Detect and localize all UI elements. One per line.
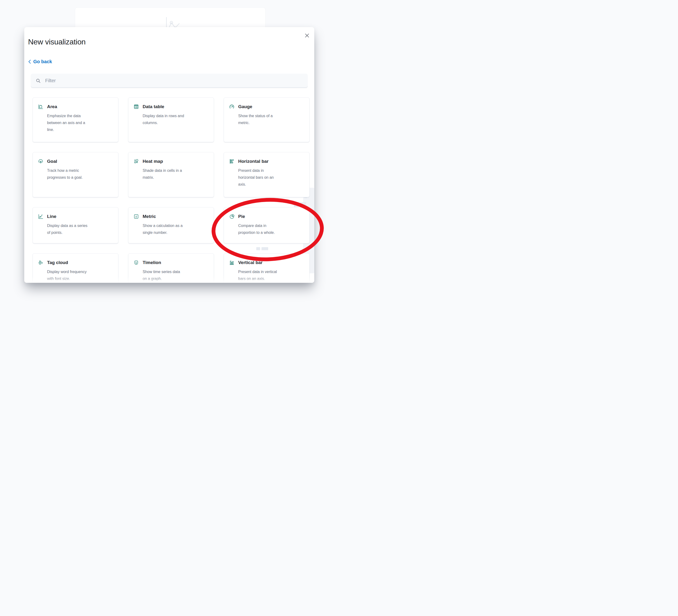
data-table-icon [134,104,139,110]
vis-card-line[interactable]: LineDisplay data as a series of points. [33,207,118,243]
vis-card-title: Pie [238,214,275,219]
vis-card-description: Display word frequency with font size. [47,268,86,282]
visualization-grid: AreaEmphasize the data between an axis a… [33,98,309,283]
svg-text:8: 8 [40,161,41,163]
vis-card-title: Data table [143,104,184,110]
vis-card-text: AreaEmphasize the data between an axis a… [47,103,85,133]
modal-title: New visualization [28,38,85,46]
heat-map-icon [134,158,139,164]
vis-card-description: Show the status of a metric. [238,112,273,126]
gauge-icon [229,104,235,110]
vis-card-title: Heat map [143,158,182,164]
svg-text:8: 8 [136,215,137,218]
vis-card-text: GoalTrack how a metric progresses to a g… [47,158,82,181]
vis-card-goal[interactable]: 8GoalTrack how a metric progresses to a … [33,152,118,197]
vis-card-text: Horizontal barPresent data in horizontal… [238,158,274,188]
horizontal-bar-icon [229,158,235,164]
vis-card-title: Vertical bar [238,260,277,265]
vis-card-area[interactable]: AreaEmphasize the data between an axis a… [33,98,118,142]
vis-card-data-table[interactable]: Data tableDisplay data in rows and colum… [128,98,214,142]
vis-card-description: Display data as a series of points. [47,222,87,236]
pie-icon [229,214,235,219]
vis-card-horizontal-bar[interactable]: Horizontal barPresent data in horizontal… [224,152,309,197]
vis-card-title: Goal [47,158,82,164]
vis-card-text: Data tableDisplay data in rows and colum… [143,103,184,126]
vis-card-text: Vertical barPresent data in vertical bar… [238,259,277,282]
vis-card-title: Area [47,104,85,110]
go-back-label: Go back [33,59,52,65]
tag-cloud-icon [38,260,43,265]
vis-card-title: Tag cloud [47,260,86,265]
vis-card-text: MetricShow a calculation as a single num… [143,213,183,236]
chevron-left-icon [28,60,31,64]
vis-card-title: Metric [143,214,183,219]
vis-card-description: Shade data in cells in a matrix. [143,167,182,181]
vis-card-description: Track how a metric progresses to a goal. [47,167,82,181]
vis-card-heat-map[interactable]: Heat mapShade data in cells in a matrix. [128,152,214,197]
vis-card-gauge[interactable]: GaugeShow the status of a metric. [224,98,309,142]
goal-icon: 8 [38,158,43,164]
go-back-link[interactable]: Go back [28,59,52,65]
vis-card-description: Display data in rows and columns. [143,112,184,126]
vis-card-timelion[interactable]: TimelionShow time series data on a graph… [128,253,214,283]
vis-card-title: Horizontal bar [238,158,274,164]
vis-card-text: LineDisplay data as a series of points. [47,213,87,236]
vis-card-title: Timelion [143,260,180,265]
filter-input[interactable] [45,78,308,84]
timelion-icon [134,260,139,265]
vis-card-description: Show time series data on a graph. [143,268,180,282]
vis-card-pie[interactable]: PieCompare data in proportion to a whole… [224,207,309,243]
vis-card-description: Emphasize the data between an axis and a… [47,112,85,133]
vis-card-description: Compare data in proportion to a whole. [238,222,275,236]
area-icon [38,104,43,110]
vis-card-text: GaugeShow the status of a metric. [238,103,273,126]
vis-card-vertical-bar[interactable]: Vertical barPresent data in vertical bar… [224,253,309,283]
vis-card-tag-cloud[interactable]: Tag cloudDisplay word frequency with fon… [33,253,118,283]
vis-card-description: Present data in vertical bars on an axis… [238,268,277,282]
vis-card-text: PieCompare data in proportion to a whole… [238,213,275,236]
line-icon [38,214,43,219]
new-visualization-modal: New visualization Go back AreaEmphasize … [24,27,314,283]
vertical-bar-icon [229,260,235,265]
vis-card-description: Show a calculation as a single number. [143,222,183,236]
vis-card-metric[interactable]: 8MetricShow a calculation as a single nu… [128,207,214,243]
vis-card-title: Line [47,214,87,219]
vis-card-description: Present data in horizontal bars on an ax… [238,167,274,188]
vis-card-text: Tag cloudDisplay word frequency with fon… [47,259,86,282]
vis-card-text: TimelionShow time series data on a graph… [143,259,180,282]
metric-icon: 8 [134,214,139,219]
filter-input-wrap [31,74,308,88]
vis-card-text: Heat mapShade data in cells in a matrix. [143,158,182,181]
vis-card-title: Gauge [238,104,273,110]
search-icon [36,78,41,83]
close-icon[interactable] [302,31,311,40]
